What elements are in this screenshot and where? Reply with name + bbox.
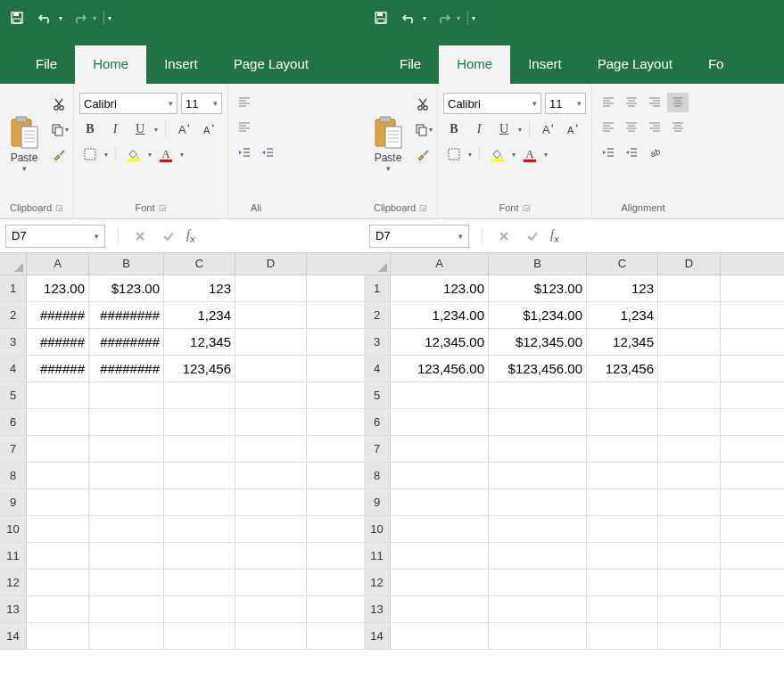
orientation-button[interactable]: ab — [644, 143, 665, 162]
cell[interactable] — [89, 543, 164, 569]
font-color-button[interactable]: A — [155, 144, 177, 164]
cell[interactable]: ######## — [89, 329, 164, 355]
cell[interactable] — [235, 409, 307, 435]
row-header-6[interactable]: 6 — [364, 409, 391, 435]
cell[interactable] — [658, 436, 721, 462]
format-painter-button[interactable] — [48, 144, 70, 164]
increase-indent-button[interactable] — [621, 143, 642, 162]
align-bottom-button[interactable] — [644, 93, 665, 112]
wrap-text-button[interactable] — [667, 93, 689, 112]
cell[interactable]: 123,456 — [164, 356, 235, 381]
customize-qat[interactable]: ▾ — [472, 14, 475, 22]
row-header-10[interactable]: 10 — [364, 516, 391, 542]
shrink-font-button[interactable]: A — [198, 119, 219, 139]
grow-font-button[interactable]: A — [173, 119, 194, 139]
cell[interactable] — [658, 623, 721, 649]
row-header-14[interactable]: 14 — [364, 623, 391, 649]
cell[interactable]: $123,456.00 — [489, 356, 587, 381]
row-header-8[interactable]: 8 — [0, 463, 27, 488]
cell[interactable]: ###### — [27, 356, 89, 381]
cell[interactable] — [89, 436, 164, 462]
tab-home[interactable]: Home — [439, 45, 510, 84]
font-name-combo[interactable]: Calibri▾ — [79, 93, 177, 114]
fx-icon[interactable]: fx — [547, 228, 559, 244]
align-top-button[interactable] — [234, 93, 255, 112]
tab-fo[interactable]: Fo — [690, 45, 742, 84]
fill-color-button[interactable] — [123, 144, 144, 164]
grid-body[interactable]: 1123.00$123.0012321,234.00$1,234.001,234… — [364, 275, 784, 697]
name-box[interactable]: D7▾ — [5, 225, 105, 248]
row-header-8[interactable]: 8 — [364, 463, 391, 488]
tab-page-layout[interactable]: Page Layout — [580, 45, 690, 84]
cell[interactable]: ######## — [89, 356, 164, 381]
cell[interactable] — [235, 570, 307, 595]
paste-button[interactable]: Paste▾ — [4, 87, 45, 199]
align-right-button[interactable] — [644, 118, 665, 137]
align-middle-button[interactable] — [621, 93, 642, 112]
tab-home[interactable]: Home — [75, 45, 146, 84]
cell[interactable]: 123 — [164, 275, 235, 301]
cell[interactable] — [587, 570, 658, 595]
cell[interactable] — [235, 275, 307, 301]
cell[interactable] — [658, 275, 721, 301]
cut-button[interactable] — [48, 94, 70, 114]
cell[interactable] — [89, 409, 164, 435]
row-header-2[interactable]: 2 — [0, 302, 27, 328]
cell[interactable] — [587, 596, 658, 622]
cell[interactable] — [391, 623, 489, 649]
tab-insert[interactable]: Insert — [146, 45, 216, 84]
row-header-1[interactable]: 1 — [364, 275, 391, 301]
cell[interactable] — [89, 623, 164, 649]
cell[interactable] — [489, 409, 587, 435]
cell[interactable] — [235, 302, 307, 328]
paste-button[interactable]: Paste▾ — [367, 87, 409, 199]
row-header-9[interactable]: 9 — [0, 489, 27, 515]
cell[interactable] — [164, 596, 235, 622]
cell[interactable] — [587, 623, 658, 649]
cell[interactable] — [27, 596, 89, 622]
cell[interactable] — [658, 329, 721, 355]
redo-menu[interactable]: ▾ — [457, 14, 460, 22]
cell[interactable]: ###### — [27, 302, 89, 328]
cell[interactable] — [489, 436, 587, 462]
column-header-D[interactable]: D — [235, 253, 307, 275]
customize-qat[interactable]: ▾ — [108, 14, 111, 22]
cell[interactable] — [89, 596, 164, 622]
clipboard-launcher-icon[interactable]: ◲ — [55, 203, 63, 212]
cell[interactable] — [89, 570, 164, 595]
undo-menu[interactable]: ▾ — [59, 14, 62, 22]
row-header-12[interactable]: 12 — [0, 570, 27, 595]
cell[interactable]: ######## — [89, 302, 164, 328]
row-header-2[interactable]: 2 — [364, 302, 391, 328]
cell[interactable]: 1,234 — [164, 302, 235, 328]
cell[interactable] — [164, 382, 235, 408]
row-header-4[interactable]: 4 — [0, 356, 27, 381]
cell[interactable]: 123 — [587, 275, 658, 301]
grow-font-button[interactable]: A — [537, 119, 558, 139]
cell[interactable] — [658, 596, 721, 622]
cell[interactable] — [235, 463, 307, 488]
decrease-indent-button[interactable] — [234, 143, 255, 162]
cell[interactable] — [164, 436, 235, 462]
redo-menu[interactable]: ▾ — [93, 14, 96, 22]
name-box[interactable]: D7▾ — [369, 225, 469, 248]
cell[interactable] — [587, 436, 658, 462]
row-header-7[interactable]: 7 — [0, 436, 27, 462]
column-header-D[interactable]: D — [658, 253, 721, 275]
cell[interactable]: $12,345.00 — [489, 329, 587, 355]
tab-page-layout[interactable]: Page Layout — [216, 45, 326, 84]
undo-icon[interactable] — [398, 6, 421, 29]
cell[interactable] — [164, 623, 235, 649]
cell[interactable]: ###### — [27, 329, 89, 355]
row-header-5[interactable]: 5 — [0, 382, 27, 408]
cell[interactable] — [489, 543, 587, 569]
cell[interactable] — [391, 436, 489, 462]
cell[interactable] — [27, 409, 89, 435]
cell[interactable] — [89, 516, 164, 542]
redo-icon[interactable] — [68, 6, 91, 29]
cell[interactable] — [235, 623, 307, 649]
cell[interactable] — [89, 382, 164, 408]
bold-button[interactable]: B — [79, 119, 101, 139]
merge-button[interactable] — [667, 118, 689, 137]
cell[interactable] — [489, 623, 587, 649]
